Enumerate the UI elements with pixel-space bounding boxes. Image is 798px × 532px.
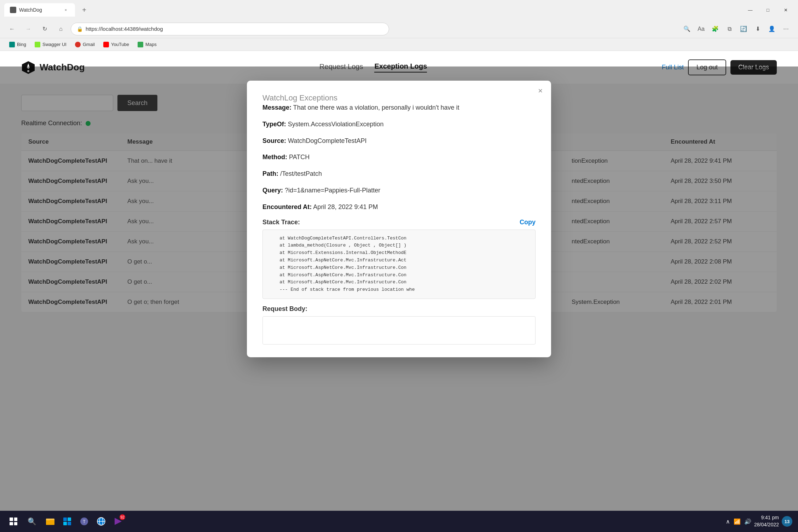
swagger-favicon <box>35 42 40 47</box>
profile-icon[interactable]: 👤 <box>765 23 778 35</box>
home-btn[interactable]: ⌂ <box>54 23 67 35</box>
reader-icon[interactable]: Aa <box>695 23 707 35</box>
taskbar-right: ∧ 📶 🔊 9:41 pm 28/04/2022 13 <box>726 514 792 528</box>
url-text: https://localhost:44389/watchdog <box>86 26 163 32</box>
modal-typeof-label: TypeOf: <box>262 121 286 128</box>
svg-rect-9 <box>68 522 71 525</box>
modal-query-value: ?id=1&name=Pappies-Full-Platter <box>285 187 380 194</box>
maps-favicon <box>138 42 143 47</box>
modal-encountered-label: Encountered At: <box>262 203 312 210</box>
taskbar-vs[interactable]: 92 <box>110 514 126 529</box>
bookmarks-bar: Bing Swagger UI Gmail YouTube Maps <box>0 38 798 51</box>
tab-close-btn[interactable]: × <box>62 6 69 13</box>
taskbar-app2[interactable] <box>59 514 75 529</box>
modal-source-value: WatchDogCompleteTestAPI <box>288 137 366 144</box>
modal-path-value: /Test/testPatch <box>280 170 322 177</box>
bookmark-youtube[interactable]: YouTube <box>100 40 133 49</box>
stack-trace-box[interactable]: at WatchDogCompleteTestAPI.Controllers.T… <box>262 230 536 299</box>
bookmark-maps[interactable]: Maps <box>134 40 160 49</box>
taskbar-browser[interactable] <box>93 514 109 529</box>
bookmark-gmail[interactable]: Gmail <box>71 40 98 49</box>
svg-rect-7 <box>68 517 71 521</box>
modal-query-field: Query: ?id=1&name=Pappies-Full-Platter <box>262 185 536 196</box>
maximize-btn[interactable]: □ <box>760 4 776 16</box>
browser-chrome: WatchDog × + — □ ✕ ← → ↻ ⌂ 🔒 https://loc… <box>0 0 798 51</box>
modal-path-label: Path: <box>262 170 278 177</box>
modal-query-label: Query: <box>262 187 283 194</box>
svg-text:T: T <box>83 519 86 524</box>
tray-up-icon[interactable]: ∧ <box>726 518 730 525</box>
modal-encountered-value: April 28, 2022 9:41 PM <box>313 203 378 210</box>
modal-path-field: Path: /Test/testPatch <box>262 169 536 179</box>
address-bar-row: ← → ↻ ⌂ 🔒 https://localhost:44389/watchd… <box>0 20 798 38</box>
modal-source-field: Source: WatchDogCompleteTestAPI <box>262 136 536 146</box>
tab-title: WatchDog <box>19 7 42 13</box>
modal-typeof-value: System.AccessViolationException <box>288 121 384 128</box>
start-btn[interactable] <box>6 514 21 529</box>
modal-method-value: PATCH <box>289 154 310 161</box>
taskbar-app-icons: T 92 <box>42 514 126 529</box>
bookmark-bing[interactable]: Bing <box>6 40 30 49</box>
browser-toolbar: 🔍 Aa 🧩 ⧉ 🔄 ⬇ 👤 ⋯ <box>681 23 792 35</box>
search-icon[interactable]: 🔍 <box>681 23 693 35</box>
tab-favicon <box>10 7 16 13</box>
svg-rect-8 <box>63 522 67 525</box>
request-body-box[interactable] <box>262 316 536 345</box>
download-icon[interactable]: ⬇ <box>751 23 764 35</box>
split-icon[interactable]: ⧉ <box>723 23 736 35</box>
notification-badge[interactable]: 13 <box>782 516 792 527</box>
clock-date: 28/04/2022 <box>754 521 779 528</box>
gmail-favicon <box>75 42 81 47</box>
new-tab-btn[interactable]: + <box>78 4 91 16</box>
modal-typeof-field: TypeOf: System.AccessViolationException <box>262 119 536 129</box>
modal-message-label: Message: <box>262 104 291 111</box>
network-icon[interactable]: 📶 <box>734 518 741 525</box>
youtube-favicon <box>103 42 109 47</box>
refresh-btn[interactable]: ↻ <box>38 23 51 35</box>
stack-trace-label: Stack Trace: <box>262 219 300 226</box>
bing-favicon <box>9 42 15 47</box>
svg-rect-6 <box>63 517 67 521</box>
back-btn[interactable]: ← <box>6 23 18 35</box>
youtube-label: YouTube <box>111 42 129 47</box>
start-grid-icon <box>10 517 17 525</box>
sound-icon[interactable]: 🔊 <box>744 518 751 525</box>
modal-source-label: Source: <box>262 137 286 144</box>
minimize-btn[interactable]: — <box>742 4 758 16</box>
taskbar-search-btn[interactable]: 🔍 <box>24 514 40 529</box>
copy-btn[interactable]: Copy <box>520 219 536 226</box>
close-btn[interactable]: ✕ <box>777 4 794 16</box>
taskbar: 🔍 T 92 ∧ 📶 🔊 9:41 pm 28/04/2022 13 <box>0 511 798 532</box>
modal-encountered-field: Encountered At: April 28, 2022 9:41 PM <box>262 202 536 212</box>
modal-message-field: Message: That one there was a violation,… <box>262 103 536 113</box>
system-clock[interactable]: 9:41 pm 28/04/2022 <box>754 514 779 528</box>
stack-trace-header: Stack Trace: Copy <box>262 219 536 226</box>
modal-title: WatchLog Exceptions <box>262 93 337 102</box>
modal-overlay: WatchLog Exceptions × Message: That one … <box>0 66 798 532</box>
modal-close-btn[interactable]: × <box>538 87 543 95</box>
address-box[interactable]: 🔒 https://localhost:44389/watchdog <box>71 23 389 35</box>
extension-icon[interactable]: 🧩 <box>709 23 722 35</box>
forward-btn[interactable]: → <box>22 23 35 35</box>
taskbar-file-explorer[interactable] <box>42 514 58 529</box>
clock-time: 9:41 pm <box>754 514 779 521</box>
modal-message-value: That one there was a violation, personal… <box>293 104 459 111</box>
title-bar: WatchDog × + — □ ✕ <box>0 0 798 20</box>
svg-rect-5 <box>46 519 50 520</box>
active-tab[interactable]: WatchDog × <box>4 3 75 17</box>
window-controls: — □ ✕ <box>742 4 794 16</box>
modal-method-label: Method: <box>262 154 287 161</box>
refresh-icon[interactable]: 🔄 <box>737 23 750 35</box>
taskbar-app3[interactable]: T <box>76 514 92 529</box>
exception-modal: WatchLog Exceptions × Message: That one … <box>247 81 551 357</box>
svg-rect-4 <box>46 520 54 525</box>
bookmark-swagger[interactable]: Swagger UI <box>31 40 70 49</box>
sys-tray: ∧ 📶 🔊 <box>726 518 751 525</box>
modal-method-field: Method: PATCH <box>262 152 536 162</box>
lock-icon: 🔒 <box>77 26 83 32</box>
more-icon[interactable]: ⋯ <box>780 23 792 35</box>
taskbar-vs-badge: 92 <box>120 514 125 520</box>
request-body-label: Request Body: <box>262 305 536 313</box>
